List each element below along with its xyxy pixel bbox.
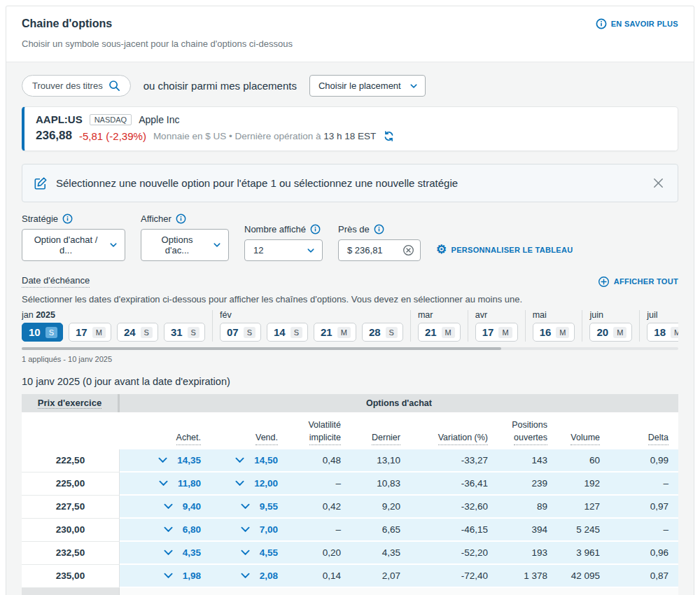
filters-row: Stratégie Option d'achat / d... Afficher… (22, 214, 678, 261)
ask-value: 7,00 (260, 524, 278, 535)
clear-near-button[interactable] (402, 244, 414, 256)
bid-cell[interactable]: 1,98 (120, 565, 211, 588)
change-cell: -72,40 (410, 565, 498, 588)
chip-type-badge: M (613, 327, 626, 338)
close-icon (652, 176, 665, 190)
expiry-chip[interactable]: 28S (362, 323, 403, 342)
ask-cell[interactable]: 14,50 (211, 449, 288, 472)
ask-cell[interactable]: 4,55 (211, 542, 288, 565)
chevron-down-icon (240, 501, 251, 512)
chip-day: 14 (274, 326, 286, 338)
near-filter: Près de $ 236,81 (338, 224, 421, 261)
chevron-down-icon (240, 547, 251, 558)
count-select[interactable]: 12 (244, 239, 323, 261)
show-all-label: AFFICHER TOUT (614, 277, 678, 286)
near-label: Près de (338, 224, 370, 234)
expiry-chip[interactable]: 07S (220, 323, 261, 342)
expiry-month-group: jan 202510S17M24S31S (22, 310, 212, 342)
near-price-input[interactable]: $ 236,81 (338, 239, 421, 261)
chevron-down-icon (240, 570, 251, 581)
last-cell: 2,07 (351, 565, 410, 588)
chevron-down-icon (163, 501, 174, 512)
month-label: avr (475, 310, 518, 320)
refresh-button[interactable] (383, 130, 395, 142)
ask-cell[interactable]: 12,00 (211, 472, 288, 496)
expiry-chip[interactable]: 31S (164, 323, 205, 342)
strategy-select[interactable]: Option d'achat / d... (22, 229, 125, 261)
expiry-chip[interactable]: 10S (22, 323, 63, 342)
bid-cell[interactable]: 6,80 (120, 519, 211, 542)
expiry-chip[interactable]: 17M (69, 323, 111, 342)
expiry-scrollbar-thumb[interactable] (22, 347, 501, 350)
ask-cell[interactable]: 7,00 (211, 519, 288, 542)
chip-row: 21M (418, 323, 461, 342)
info-icon[interactable] (176, 214, 186, 224)
expiry-chip[interactable]: 14S (267, 323, 308, 342)
chevron-down-icon (234, 478, 245, 489)
delta-cell: – (610, 472, 678, 496)
volume-cell: 192 (557, 472, 610, 496)
count-label: Nombre affiché (244, 224, 306, 234)
chevron-down-icon (158, 455, 168, 465)
options-chain-page: Chaine d'options EN SAVOIR PLUS Choisir … (6, 6, 694, 595)
chip-row: 07S14S21M28S (220, 323, 403, 342)
strategy-banner: Sélectionnez une nouvelle option pour l'… (22, 164, 678, 202)
month-label: jan 2025 (22, 310, 205, 320)
delta-cell: 0,96 (610, 542, 678, 565)
chip-day: 18 (654, 326, 666, 338)
delta-cell: 0,97 (610, 496, 678, 519)
bid-cell[interactable]: 14,35 (120, 449, 211, 472)
ask-value: 4,55 (260, 547, 278, 558)
display-select[interactable]: Options d'ac... (141, 229, 229, 261)
chevron-down-icon (163, 524, 174, 535)
expiry-month-group: mai16M (525, 310, 582, 342)
chip-day: 07 (227, 326, 239, 338)
chip-type-badge: M (337, 327, 351, 338)
strike-price: 227,50 (22, 496, 120, 519)
chevron-down-icon (410, 82, 418, 90)
expiry-chip[interactable]: 18M (647, 323, 678, 342)
banner-close-button[interactable] (650, 175, 666, 191)
expiry-chip[interactable]: 21M (314, 323, 356, 342)
open-interest-cell: 239 (498, 472, 557, 496)
chip-row: 16M (533, 323, 575, 342)
chip-day: 31 (171, 326, 183, 338)
bid-cell[interactable]: 9,40 (120, 496, 211, 519)
find-securities-button[interactable]: Trouver des titres (22, 75, 131, 97)
last-cell: 9,20 (351, 496, 410, 519)
open-interest-cell: 394 (498, 519, 557, 542)
expiry-chip[interactable]: 20M (589, 323, 632, 342)
chip-day: 17 (482, 326, 494, 338)
bid-cell[interactable]: 11,80 (120, 472, 211, 496)
ask-cell[interactable]: 2,08 (211, 565, 288, 588)
column-header: Dernier (351, 432, 410, 445)
strategy-select-value: Option d'achat / d... (31, 234, 101, 255)
chevron-down-icon (163, 570, 174, 581)
table-subheader-row: Achet.Vend.VolatilitéimpliciteDernierVar… (22, 412, 678, 449)
show-all-button[interactable]: AFFICHER TOUT (598, 276, 678, 288)
expiry-chip[interactable]: 17M (475, 323, 518, 342)
page-header: Chaine d'options EN SAVOIR PLUS Choisir … (6, 6, 694, 62)
bid-cell[interactable]: 4,35 (120, 542, 211, 565)
info-icon[interactable] (374, 224, 384, 234)
clear-circle-icon (402, 244, 414, 256)
volume-cell: 127 (557, 496, 610, 519)
expiry-chip[interactable]: 24S (117, 323, 158, 342)
info-icon[interactable] (310, 224, 321, 234)
chip-type-badge: M (92, 327, 106, 338)
column-header: Delta (610, 432, 678, 445)
customize-table-button[interactable]: ⚙ PERSONNALISER LE TABLEAU (436, 244, 573, 255)
delta-cell: 0,99 (610, 449, 678, 472)
placement-select[interactable]: Choisir le placement (309, 75, 426, 97)
gear-icon: ⚙ (436, 244, 447, 255)
open-interest-cell: 143 (498, 449, 557, 472)
chip-day: 20 (596, 326, 608, 338)
info-icon[interactable] (62, 214, 73, 224)
expiry-chip[interactable]: 21M (418, 323, 461, 342)
learn-more-link[interactable]: EN SAVOIR PLUS (596, 18, 678, 29)
strike-price: 235,00 (22, 565, 120, 588)
column-header: Variation (%) (410, 432, 498, 445)
ask-cell[interactable]: 9,55 (211, 496, 288, 519)
expiry-chip[interactable]: 16M (533, 323, 575, 342)
stock-quote-card: AAPL:US NASDAQ Apple Inc 236,88 -5,81 (-… (22, 106, 678, 151)
